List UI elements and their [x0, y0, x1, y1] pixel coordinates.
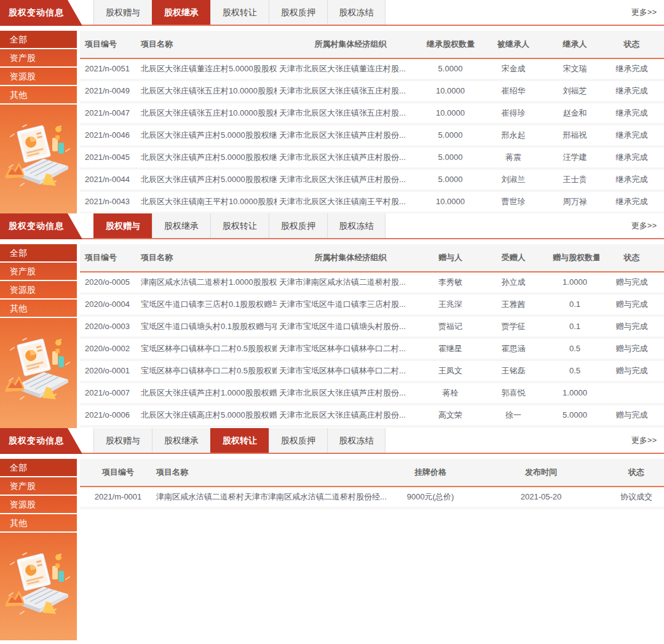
table-cell: 天津市北辰区大张庄镇张五庄村股... [277, 81, 424, 101]
tab-equity-pledge[interactable]: 股权质押 [269, 428, 327, 453]
table-cell: 北辰区大张庄镇芦庄村5.0000股股权继承... [138, 148, 277, 167]
column-header: 被继承人 [476, 31, 550, 58]
table-row[interactable]: 2021/n-0045北辰区大张庄镇芦庄村5.0000股股权继承...天津市北辰… [80, 148, 664, 170]
tab-equity-transfer[interactable]: 股权转让 [210, 428, 269, 453]
column-header: 项目编号 [80, 244, 138, 271]
tab-equity-freeze[interactable]: 股权冻结 [327, 213, 385, 238]
table-cell: 10.0000 [424, 103, 476, 123]
table-row[interactable]: 2020/o-0001宝坻区林亭口镇林亭口二村0.5股股权赠与...天津市宝坻区… [80, 361, 664, 383]
more-link[interactable]: 更多>> [631, 213, 657, 238]
column-header: 项目编号 [80, 31, 138, 58]
table-cell: 宋文瑞 [550, 59, 599, 79]
table-cell: 赠与完成 [599, 339, 664, 359]
tab-equity-inheritance[interactable]: 股权继承 [152, 0, 210, 25]
table-row[interactable]: 2021/m-0001津南区咸水沽镇二道桥村天津市津南区咸水沽镇二道桥村股份经.… [80, 487, 664, 509]
section-body: 全部资产股资源股其他 [0, 31, 664, 213]
table-cell: 宋金成 [476, 59, 550, 79]
tab-equity-pledge[interactable]: 股权质押 [269, 0, 327, 25]
section-body: 全部资产股资源股其他 [0, 459, 664, 640]
table-cell: 刘淑兰 [476, 170, 550, 189]
table-cell: 5.0000 [424, 125, 476, 145]
sidebar-item-resource-shares[interactable]: 资源股 [0, 68, 77, 86]
table-cell: 赠与完成 [599, 295, 664, 314]
table-cell: 天津市津南区咸水沽镇二道桥村股... [277, 272, 424, 292]
more-link[interactable]: 更多>> [631, 0, 657, 25]
table-cell: 0.1 [550, 317, 599, 336]
table-cell: 5.0000 [424, 148, 476, 167]
table-cell: 北辰区大张庄镇张五庄村10.0000股股权继... [138, 103, 277, 123]
table-cell [599, 383, 664, 403]
table-row[interactable]: 2020/o-0002宝坻区林亭口镇林亭口二村0.5股股权赠与...天津市宝坻区… [80, 339, 664, 361]
tab-equity-transfer[interactable]: 股权转让 [210, 0, 269, 25]
transfer-table: 项目编号项目名称挂牌价格发布时间状态 2021/m-0001津南区咸水沽镇二道桥… [80, 459, 664, 640]
table-cell: 5.0000 [424, 170, 476, 189]
table-cell: 赵金和 [550, 103, 599, 123]
table-cell: 5.0000 [550, 405, 599, 425]
tab-equity-pledge[interactable]: 股权质押 [269, 213, 327, 238]
sidebar-item-resource-shares[interactable]: 资源股 [0, 281, 77, 300]
tab-equity-gift[interactable]: 股权赠与 [93, 428, 152, 453]
table-row[interactable]: 2021/n-0044北辰区大张庄镇芦庄村5.0000股股权继承...天津市北辰… [80, 170, 664, 192]
table-cell: 继承完成 [599, 192, 664, 212]
column-header: 赠与股权数量 [550, 244, 599, 271]
table-cell: 天津市北辰区大张庄镇芦庄村股份... [277, 170, 424, 189]
more-link[interactable]: 更多>> [631, 428, 657, 453]
table-cell: 继承完成 [599, 103, 664, 123]
table-cell: 2020/o-0004 [80, 295, 138, 314]
sidebar-item-other[interactable]: 其他 [0, 300, 77, 318]
tab-bar: 股权赠与股权继承股权转让股权质押股权冻结 [93, 428, 385, 453]
table-cell: 王凤文 [424, 361, 476, 381]
sidebar-item-all[interactable]: 全部 [0, 244, 77, 263]
table-cell: 徐一 [476, 405, 550, 425]
tab-equity-freeze[interactable]: 股权冻结 [327, 0, 385, 25]
tab-equity-freeze[interactable]: 股权冻结 [327, 428, 385, 453]
tab-equity-gift[interactable]: 股权赠与 [93, 0, 152, 25]
table-row[interactable]: 2021/n-0043北辰区大张庄镇南王平村10.0000股股权继...天津市北… [80, 192, 664, 213]
table-row[interactable]: 2021/o-0007北辰区大张庄镇芦庄村1.0000股股权赠与...天津市北辰… [80, 383, 664, 405]
table-cell: 2021-05-20 [473, 487, 609, 507]
sidebar-item-all[interactable]: 全部 [0, 459, 77, 477]
table-cell: 津南区咸水沽镇二道桥村1.0000股股权赠... [138, 272, 277, 292]
table-cell: 高文荣 [424, 405, 476, 425]
table-cell: 2021/o-0007 [80, 383, 138, 403]
column-header: 继承股权数量 [424, 31, 476, 58]
table-cell: 崔得珍 [476, 103, 550, 123]
table-cell: 霍继星 [424, 339, 476, 359]
table-row[interactable]: 2020/o-0005津南区咸水沽镇二道桥村1.0000股股权赠...天津市津南… [80, 272, 664, 295]
tab-equity-inheritance[interactable]: 股权继承 [152, 428, 210, 453]
table-row[interactable]: 2021/n-0051北辰区大张庄镇董连庄村5.0000股股权继...天津市北辰… [80, 59, 664, 81]
section-header-bar: 股权变动信息 股权赠与股权继承股权转让股权质押股权冻结 更多>> [0, 428, 664, 454]
column-header: 挂牌价格 [387, 459, 473, 486]
table-row[interactable]: 2021/n-0046北辰区大张庄镇芦庄村5.0000股股权继承...天津市北辰… [80, 125, 664, 148]
tab-equity-transfer[interactable]: 股权转让 [210, 213, 269, 238]
sidebar-item-asset-shares[interactable]: 资产股 [0, 477, 77, 496]
table-cell: 蒋震 [476, 148, 550, 167]
table-header-row: 项目编号项目名称所属村集体经济组织赠与人受赠人赠与股权数量状态 [80, 244, 664, 272]
sidebar-item-all[interactable]: 全部 [0, 31, 77, 49]
sidebar-item-asset-shares[interactable]: 资产股 [0, 263, 77, 281]
tab-equity-inheritance[interactable]: 股权继承 [152, 213, 210, 238]
table-cell: 北辰区大张庄镇南王平村10.0000股股权继... [138, 192, 277, 212]
table-cell: 宝坻区牛道口镇李三店村0.1股股权赠与项目 [138, 295, 277, 314]
laptop-illustration-icon [4, 119, 73, 193]
sidebar-item-resource-shares[interactable]: 资源股 [0, 496, 77, 514]
tab-equity-gift[interactable]: 股权赠与 [93, 213, 152, 238]
table-row[interactable]: 2020/o-0004宝坻区牛道口镇李三店村0.1股股权赠与项目天津市宝坻区牛道… [80, 295, 664, 317]
table-cell: 1.0000 [550, 272, 599, 292]
table-row[interactable]: 2021/o-0006北辰区大张庄镇高庄村5.0000股股权赠与...天津市北辰… [80, 405, 664, 427]
sidebar-item-other[interactable]: 其他 [0, 86, 77, 105]
table-cell: 2021/n-0051 [80, 59, 138, 79]
table-cell: 继承完成 [599, 148, 664, 167]
sidebar-item-other[interactable]: 其他 [0, 514, 77, 533]
column-header: 受赠人 [476, 244, 550, 271]
table-cell: 贾学征 [476, 317, 550, 336]
sidebar-item-asset-shares[interactable]: 资产股 [0, 49, 77, 68]
table-cell: 邢福祝 [550, 125, 599, 145]
table-row[interactable]: 2021/n-0049北辰区大张庄镇张五庄村10.0000股股权继...天津市北… [80, 81, 664, 103]
table-cell: 赠与完成 [599, 317, 664, 336]
table-row[interactable]: 2020/o-0003宝坻区牛道口镇塘头村0.1股股权赠与项目天津市宝坻区牛道口… [80, 317, 664, 339]
column-header: 所属村集体经济组织 [277, 244, 424, 271]
table-cell: 宝坻区林亭口镇林亭口二村0.5股股权赠与... [138, 339, 277, 359]
table-row[interactable]: 2021/n-0047北辰区大张庄镇张五庄村10.0000股股权继...天津市北… [80, 103, 664, 125]
tab-bar: 股权赠与股权继承股权转让股权质押股权冻结 [93, 0, 385, 25]
